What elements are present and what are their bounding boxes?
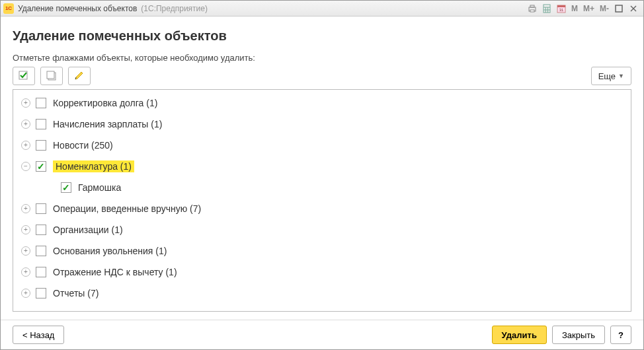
print-icon[interactable] bbox=[525, 3, 540, 15]
tree-checkbox[interactable] bbox=[36, 98, 46, 108]
tree-checkbox[interactable] bbox=[36, 203, 46, 214]
tree-label: Гармошка bbox=[78, 182, 121, 193]
expand-icon[interactable]: + bbox=[21, 267, 30, 277]
calculator-icon[interactable] bbox=[540, 3, 554, 15]
tree-row[interactable]: +Основания увольнения (1) bbox=[13, 240, 631, 262]
memory-mplus-button[interactable]: M+ bbox=[581, 4, 597, 13]
tree-checkbox[interactable] bbox=[36, 140, 46, 151]
main-window: 1C Удаление помеченных объектов (1С:Пред… bbox=[0, 0, 644, 350]
tree-label: Отчеты (7) bbox=[53, 288, 99, 298]
page-title: Удаление помеченных объектов bbox=[13, 28, 631, 44]
delete-button[interactable]: Удалить bbox=[492, 326, 547, 344]
tree-label: Организации (1) bbox=[53, 225, 123, 235]
tree-label: Отражение НДС к вычету (1) bbox=[53, 267, 177, 277]
more-label: Еще bbox=[598, 71, 616, 81]
window-subtitle: (1С:Предприятие) bbox=[141, 4, 208, 13]
close-icon[interactable] bbox=[626, 3, 641, 15]
object-tree[interactable]: +Корректировка долга (1)+Начисления зарп… bbox=[13, 89, 631, 312]
tree-checkbox[interactable] bbox=[36, 288, 46, 298]
tree-checkbox[interactable] bbox=[36, 246, 46, 256]
toolbar: Еще ▼ bbox=[13, 67, 631, 85]
back-button[interactable]: < Назад bbox=[13, 326, 64, 344]
svg-rect-11 bbox=[616, 5, 622, 12]
titlebar: 1C Удаление помеченных объектов (1С:Пред… bbox=[1, 1, 643, 17]
svg-text:31: 31 bbox=[559, 8, 564, 12]
tree-row[interactable]: +Начисления зарплаты (1) bbox=[13, 114, 631, 135]
tree-label: Операции, введенные вручную (7) bbox=[53, 203, 201, 214]
svg-rect-9 bbox=[557, 5, 565, 7]
tree-label: Основания увольнения (1) bbox=[53, 246, 167, 256]
expand-icon[interactable]: + bbox=[21, 98, 30, 108]
tree-checkbox[interactable] bbox=[36, 161, 46, 172]
tree-label: Номенклатура (1) bbox=[53, 160, 134, 172]
more-button[interactable]: Еще ▼ bbox=[591, 67, 631, 85]
memory-mminus-button[interactable]: M- bbox=[597, 4, 612, 13]
tree-row[interactable]: +Операции, введенные вручную (7) bbox=[13, 198, 631, 219]
tree-checkbox[interactable] bbox=[36, 225, 46, 235]
help-button[interactable]: ? bbox=[610, 326, 631, 344]
tree-label: Новости (250) bbox=[53, 140, 113, 151]
expand-icon[interactable]: + bbox=[21, 246, 30, 256]
uncheck-all-button[interactable] bbox=[40, 67, 63, 85]
app-logo: 1C bbox=[3, 3, 14, 14]
expand-icon[interactable]: + bbox=[21, 289, 30, 298]
expand-icon[interactable]: + bbox=[21, 120, 30, 129]
tree-checkbox[interactable] bbox=[61, 182, 71, 193]
tree-row[interactable]: +Отражение НДС к вычету (1) bbox=[13, 262, 631, 283]
svg-rect-3 bbox=[543, 5, 550, 13]
svg-rect-1 bbox=[530, 5, 534, 7]
tree-label: Корректировка долга (1) bbox=[53, 98, 157, 108]
tree-row[interactable]: −Номенклатура (1) bbox=[13, 156, 631, 177]
expand-icon[interactable]: + bbox=[21, 225, 30, 234]
expand-icon[interactable]: + bbox=[21, 141, 30, 150]
tree-row[interactable]: +Организации (1) bbox=[13, 219, 631, 240]
instruction-text: Отметьте флажками объекты, которые необх… bbox=[13, 53, 631, 63]
content-area: Удаление помеченных объектов Отметьте фл… bbox=[1, 17, 643, 320]
calendar-icon[interactable]: 31 bbox=[554, 3, 569, 15]
svg-rect-16 bbox=[47, 71, 54, 79]
collapse-icon[interactable]: − bbox=[21, 162, 30, 171]
tree-row[interactable]: +Новости (250) bbox=[13, 135, 631, 156]
footer: < Назад Удалить Закрыть ? bbox=[1, 320, 643, 349]
close-button[interactable]: Закрыть bbox=[552, 326, 605, 344]
window-title: Удаление помеченных объектов bbox=[18, 4, 137, 13]
tree-checkbox[interactable] bbox=[36, 119, 46, 129]
maximize-icon[interactable] bbox=[612, 3, 626, 15]
expand-icon[interactable]: + bbox=[21, 204, 30, 213]
chevron-down-icon: ▼ bbox=[618, 73, 624, 79]
tree-row[interactable]: +Отчеты (7) bbox=[13, 283, 631, 304]
tree-row[interactable]: +Корректировка долга (1) bbox=[13, 92, 631, 114]
tree-label: Начисления зарплаты (1) bbox=[53, 119, 162, 129]
tree-checkbox[interactable] bbox=[36, 267, 46, 277]
memory-m-button[interactable]: M bbox=[569, 4, 581, 13]
svg-rect-2 bbox=[530, 10, 534, 12]
edit-button[interactable] bbox=[68, 67, 91, 85]
tree-row[interactable]: Гармошка bbox=[13, 177, 631, 198]
check-all-button[interactable] bbox=[13, 67, 35, 85]
